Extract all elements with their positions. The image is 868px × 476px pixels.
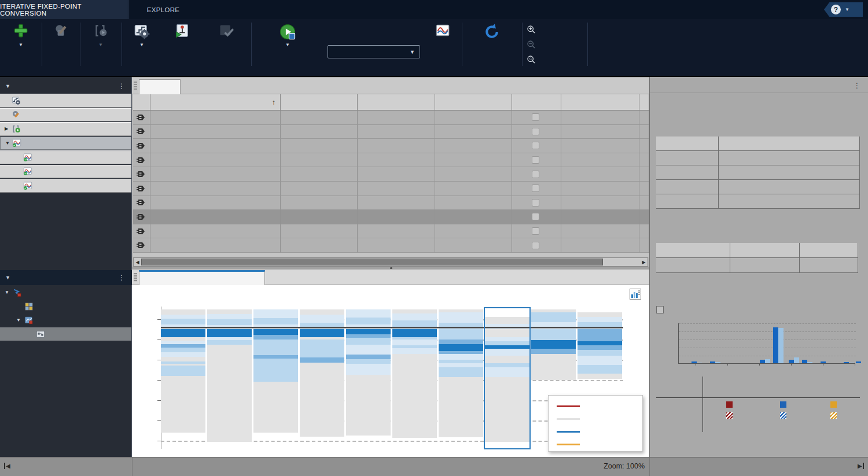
- new-button[interactable]: ▼: [5, 23, 37, 47]
- histogram-band: [346, 329, 391, 334]
- signal-result-icon: [137, 228, 146, 235]
- panel-grip[interactable]: [134, 273, 137, 282]
- histogram-column[interactable]: [531, 309, 576, 380]
- cell-accept[interactable]: [512, 139, 561, 153]
- accept-checkbox[interactable]: [532, 185, 539, 192]
- cell-name: [150, 167, 281, 182]
- scroll-left-arrow-icon[interactable]: ◀: [134, 259, 141, 265]
- log-scale-checkbox[interactable]: [656, 306, 664, 313]
- reset-zoom-button[interactable]: [527, 54, 540, 65]
- help-button[interactable]: ? ▼: [818, 2, 863, 17]
- workflow-item-preparation-results[interactable]: [0, 108, 131, 122]
- horizontal-scrollbar[interactable]: ◀▶: [133, 257, 648, 267]
- workflow-item-baselinerun[interactable]: ▶: [0, 122, 131, 136]
- accept-checkbox[interactable]: [532, 142, 539, 149]
- tab-results[interactable]: [139, 79, 181, 94]
- cell-accept[interactable]: [512, 182, 561, 196]
- panel-grip[interactable]: [134, 82, 137, 90]
- accept-checkbox[interactable]: [532, 242, 539, 249]
- accept-checkbox[interactable]: [532, 171, 539, 178]
- column-header-specified-dt[interactable]: [281, 94, 358, 110]
- model-tree-item-data-objects[interactable]: [0, 300, 131, 313]
- settings-icon: [134, 23, 150, 39]
- value-chip-hatch: [780, 412, 786, 419]
- mini-bar: [849, 363, 854, 363]
- status-bar: ◀ Zoom: 100% ▶: [0, 457, 868, 476]
- scrollbar-thumb[interactable]: [141, 259, 603, 265]
- scroll-right-arrow-icon[interactable]: ▶: [641, 259, 647, 265]
- histogram-band: [439, 312, 483, 323]
- expand-right-panel-icon[interactable]: ▶: [858, 463, 864, 469]
- cell-accept[interactable]: [512, 110, 561, 125]
- mini-bar: [789, 360, 794, 363]
- collapse-left-panel-icon[interactable]: ◀: [4, 463, 10, 469]
- simulation-data-overview-chart: [656, 320, 860, 375]
- column-header-proposed-dt[interactable]: [435, 94, 512, 110]
- run-icon: [23, 153, 32, 162]
- value-chip-hatch: [830, 412, 837, 419]
- mini-bar: [765, 359, 770, 363]
- tab-iterative-fixed-point-conversion[interactable]: ITERATIVE FIXED-POINT CONVERSION: [0, 0, 128, 19]
- column-header-name[interactable]: ↑: [150, 94, 281, 110]
- cell-accept[interactable]: [512, 125, 561, 139]
- model-tree-item-controller[interactable]: [0, 327, 131, 341]
- histogram-band: [578, 365, 622, 374]
- model-tree-item-fxpdemo-feedback[interactable]: ▼: [0, 313, 131, 327]
- cell-accept[interactable]: [512, 153, 561, 168]
- tab-visualization-of-simulation-data[interactable]: [139, 270, 265, 285]
- workflow-item-embeddedrun-scenario-[interactable]: [0, 150, 131, 164]
- zoom-in-button[interactable]: [527, 24, 540, 35]
- accept-checkbox[interactable]: [532, 113, 539, 121]
- kebab-menu-icon[interactable]: ⋮: [118, 274, 125, 282]
- accept-checkbox[interactable]: [532, 128, 539, 135]
- cell-accept[interactable]: [512, 238, 561, 253]
- cell-accept[interactable]: [512, 210, 561, 224]
- workflow-item-setup[interactable]: [0, 94, 131, 108]
- tab-explore[interactable]: EXPLORE: [128, 0, 198, 19]
- ribbon-group-divider: [251, 23, 252, 66]
- values-cell-overflow: [703, 400, 759, 409]
- selected-result-highlight[interactable]: [484, 307, 531, 449]
- column-header-sim-min[interactable]: [561, 94, 639, 110]
- left-sidebar: ▼⋮▶▼▼⋮▼▼: [0, 77, 132, 457]
- ribbon-group-label-verify: [251, 68, 462, 75]
- accept-checkbox[interactable]: [532, 213, 539, 220]
- propose-data-types-button[interactable]: [162, 23, 203, 41]
- accept-checkbox[interactable]: [532, 227, 539, 235]
- expander-icon[interactable]: ▼: [16, 318, 22, 323]
- simulate-with-embedded-types-button[interactable]: ▼: [255, 23, 321, 47]
- accept-checkbox[interactable]: [532, 156, 539, 164]
- chart-config-button[interactable]: [630, 289, 641, 300]
- histogram-band: [578, 374, 622, 379]
- histogram-column[interactable]: [578, 309, 622, 379]
- histogram-band: [531, 354, 576, 380]
- run-name-combobox[interactable]: ▼: [328, 45, 420, 58]
- expander-icon[interactable]: ▼: [5, 141, 11, 146]
- kebab-menu-icon[interactable]: ⋮: [118, 82, 125, 90]
- histogram-band: [300, 340, 344, 357]
- column-header-compiled-dt[interactable]: [358, 94, 435, 110]
- workflow-item-embeddedrun[interactable]: ▼: [0, 136, 131, 150]
- workflow-item-embeddedrun-scenario-[interactable]: [0, 179, 131, 193]
- cell-sim-min: [561, 196, 639, 211]
- column-header-accept[interactable]: [512, 94, 561, 110]
- histogram-band: [392, 309, 437, 313]
- model-tree-item-simulink-root[interactable]: ▼: [0, 286, 131, 299]
- accept-checkbox[interactable]: [532, 199, 539, 206]
- histogram-band: [346, 375, 391, 436]
- cell-accept[interactable]: [512, 224, 561, 239]
- new-icon: [13, 23, 28, 39]
- expander-icon[interactable]: ▼: [5, 290, 10, 295]
- prepare-icon: [53, 23, 68, 39]
- expander-icon[interactable]: ▶: [5, 126, 10, 131]
- restore-original-model-button[interactable]: [464, 23, 520, 41]
- histogram-column[interactable]: [207, 309, 252, 442]
- cell-accept[interactable]: [512, 196, 561, 211]
- cell-accept[interactable]: [512, 167, 561, 182]
- column-header-sim-max[interactable]: [639, 94, 649, 110]
- settings-button[interactable]: ▼: [125, 23, 159, 47]
- histogram-band: [392, 313, 437, 320]
- kebab-menu-icon[interactable]: ⋮: [854, 82, 860, 90]
- compare-results-button[interactable]: [422, 23, 463, 41]
- workflow-item-embeddedrun-scenario-[interactable]: [0, 165, 131, 179]
